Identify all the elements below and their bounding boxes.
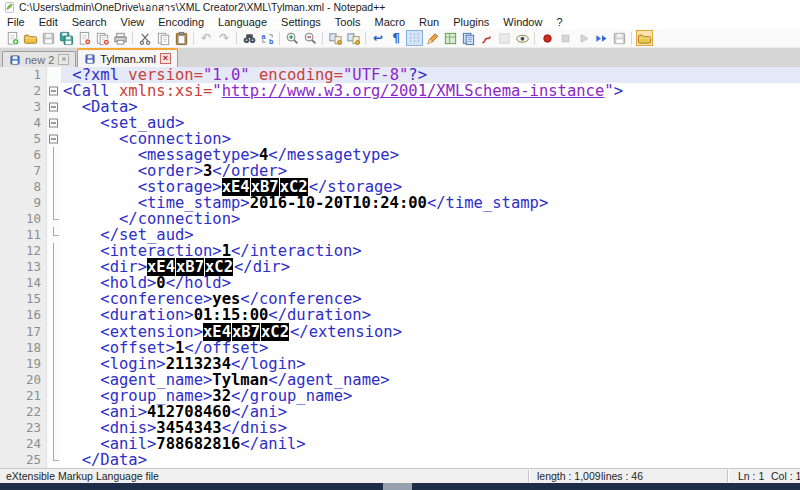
show-indent-guide-icon[interactable] — [406, 30, 423, 46]
toolbar-separator — [193, 32, 194, 45]
status-line-number: Ln : 1 — [738, 470, 764, 482]
fold-collapse-icon[interactable] — [49, 87, 58, 96]
fold-collapse-icon[interactable] — [49, 103, 58, 112]
menu-item-view[interactable]: View — [114, 16, 152, 28]
code-line[interactable]: <login>2113234</login> — [61, 356, 800, 372]
code-line[interactable]: </set_aud> — [61, 227, 800, 243]
line-number: 6 — [0, 147, 47, 163]
menu-item-file[interactable]: File — [0, 16, 32, 28]
code-line[interactable]: </connection> — [61, 211, 800, 227]
close-icon[interactable] — [76, 30, 93, 46]
copy-icon[interactable] — [155, 30, 172, 46]
macro-run-multiple-icon[interactable] — [593, 30, 610, 46]
cut-icon[interactable] — [137, 30, 154, 46]
menu-item-language[interactable]: Language — [211, 16, 274, 28]
editor-line: 6 <messagetype>4</messagetype> — [0, 147, 800, 163]
zoom-in-icon[interactable] — [284, 30, 301, 46]
editor[interactable]: 1 <?xml version="1.0" encoding="UTF-8"?>… — [0, 67, 800, 468]
menu-item-macro[interactable]: Macro — [367, 16, 412, 28]
monitoring-eye-icon[interactable] — [514, 30, 531, 46]
editor-line: 13 <dir>xE4xB7xC2</dir> — [0, 259, 800, 275]
document-list-icon[interactable] — [496, 30, 513, 46]
xml-namespace-link[interactable]: http://www.w3.org/2001/XMLSchema-instanc… — [222, 82, 605, 100]
line-number: 4 — [0, 115, 47, 131]
save-all-icon[interactable] — [58, 30, 75, 46]
fold-margin — [47, 211, 61, 227]
tab-tylman-xml[interactable]: Tylman.xml× — [77, 48, 178, 67]
code-line[interactable]: <agent_name>Tylman</agent_name> — [61, 372, 800, 388]
status-divider — [528, 470, 529, 482]
menu-item-encoding[interactable]: Encoding — [151, 16, 211, 28]
user-defined-language-icon[interactable] — [424, 30, 441, 46]
macro-stop-icon[interactable] — [557, 30, 574, 46]
tab-close-icon[interactable]: × — [58, 54, 69, 65]
code-line[interactable]: <conference>yes</conference> — [61, 291, 800, 307]
sync-vertical-scroll-icon[interactable] — [327, 30, 344, 46]
print-icon[interactable] — [112, 30, 129, 46]
menu-item-help[interactable]: ? — [549, 16, 569, 28]
find-icon[interactable] — [241, 30, 258, 46]
code-line[interactable]: <duration>01:15:00</duration> — [61, 307, 800, 323]
code-line[interactable]: <anil>788682816</anil> — [61, 436, 800, 452]
macro-record-icon[interactable] — [539, 30, 556, 46]
code-line[interactable]: <interaction>1</interaction> — [61, 243, 800, 259]
macro-save-icon[interactable] — [611, 30, 628, 46]
menu-item-search[interactable]: Search — [65, 16, 114, 28]
menu-item-edit[interactable]: Edit — [32, 16, 65, 28]
fold-margin — [47, 67, 61, 83]
editor-line: 1 <?xml version="1.0" encoding="UTF-8"?> — [0, 67, 800, 83]
close-all-icon[interactable] — [94, 30, 111, 46]
code-line[interactable]: <dnis>3454343</dnis> — [61, 420, 800, 436]
code-line[interactable]: </Data> — [61, 452, 800, 468]
code-line[interactable]: <set_aud> — [61, 115, 800, 131]
plugin-button-icon[interactable] — [636, 30, 653, 46]
code-line[interactable]: <dir>xE4xB7xC2</dir> — [61, 259, 800, 275]
menu-item-tools[interactable]: Tools — [328, 16, 368, 28]
zoom-out-icon[interactable] — [302, 30, 319, 46]
fold-margin — [47, 163, 61, 179]
line-number: 8 — [0, 179, 47, 195]
code-line[interactable]: <storage>xE4xB7xC2</storage> — [61, 179, 800, 195]
toolbar-separator — [132, 32, 133, 45]
document-map-icon[interactable] — [442, 30, 459, 46]
open-file-icon[interactable] — [22, 30, 39, 46]
macro-play-icon[interactable] — [575, 30, 592, 46]
line-number: 13 — [0, 259, 47, 275]
line-number: 25 — [0, 452, 47, 468]
function-list-icon[interactable] — [460, 30, 477, 46]
code-line[interactable]: <ani>412708460</ani> — [61, 404, 800, 420]
menu-item-window[interactable]: Window — [496, 16, 549, 28]
tab-new-2[interactable]: new 2× — [2, 51, 76, 67]
menu-item-settings[interactable]: Settings — [274, 16, 328, 28]
word-wrap-icon[interactable]: ↩ — [370, 30, 387, 46]
paste-icon[interactable] — [173, 30, 190, 46]
status-lines: lines : 46 — [601, 470, 643, 482]
code-line[interactable]: <offset>1</offset> — [61, 340, 800, 356]
menu-item-plugins[interactable]: Plugins — [446, 16, 496, 28]
tab-close-icon[interactable]: × — [160, 53, 171, 64]
show-all-characters-icon[interactable]: ¶ — [388, 30, 405, 46]
code-line[interactable]: <time_stamp>2016-10-20T10:24:00</time_st… — [61, 195, 800, 211]
code-line[interactable]: <messagetype>4</messagetype> — [61, 147, 800, 163]
code-line[interactable]: <Data> — [61, 99, 800, 115]
code-line[interactable]: <order>3</order> — [61, 163, 800, 179]
toolbar: ↶↷ab↩¶ — [0, 29, 800, 48]
menu-item-run[interactable]: Run — [412, 16, 446, 28]
fold-collapse-icon[interactable] — [49, 135, 58, 144]
code-line[interactable]: <connection> — [61, 131, 800, 147]
undo-icon[interactable]: ↶ — [198, 30, 215, 46]
code-line[interactable]: <hold>0</hold> — [61, 275, 800, 291]
code-line[interactable]: <?xml version="1.0" encoding="UTF-8"?> — [61, 67, 800, 83]
replace-icon[interactable]: ab — [259, 30, 276, 46]
code-line[interactable]: <Call xmlns:xsi="http://www.w3.org/2001/… — [61, 83, 800, 99]
line-number: 24 — [0, 436, 47, 452]
code-line[interactable]: <group_name>32</group_name> — [61, 388, 800, 404]
sync-horizontal-scroll-icon[interactable] — [345, 30, 362, 46]
code-line[interactable]: <extension>xE4xB7xC2</extension> — [61, 324, 800, 340]
folder-as-workspace-icon[interactable] — [478, 30, 495, 46]
redo-icon[interactable]: ↷ — [216, 30, 233, 46]
editor-line: 21 <group_name>32</group_name> — [0, 388, 800, 404]
fold-collapse-icon[interactable] — [49, 119, 58, 128]
save-icon[interactable] — [40, 30, 57, 46]
new-file-icon[interactable] — [4, 30, 21, 46]
